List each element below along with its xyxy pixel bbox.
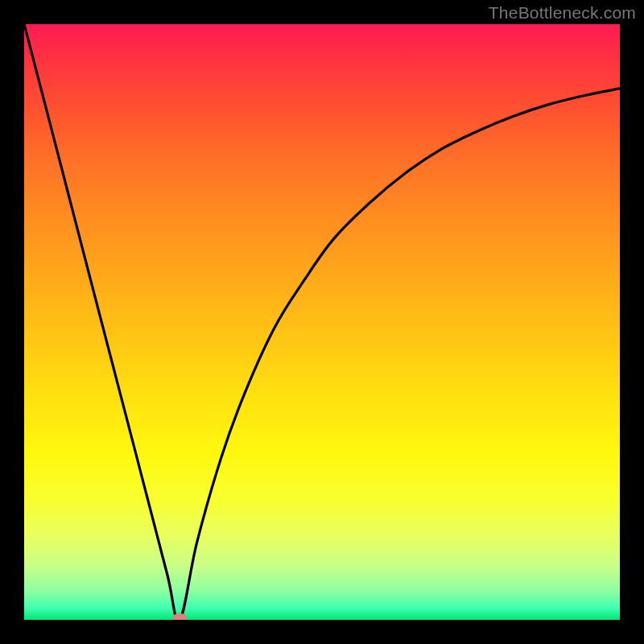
chart-frame: TheBottleneck.com <box>0 0 644 644</box>
plot-area <box>24 24 620 620</box>
curve-layer <box>24 24 620 620</box>
bottleneck-curve <box>24 24 620 620</box>
watermark-label: TheBottleneck.com <box>489 3 636 23</box>
curve-group <box>24 24 620 620</box>
